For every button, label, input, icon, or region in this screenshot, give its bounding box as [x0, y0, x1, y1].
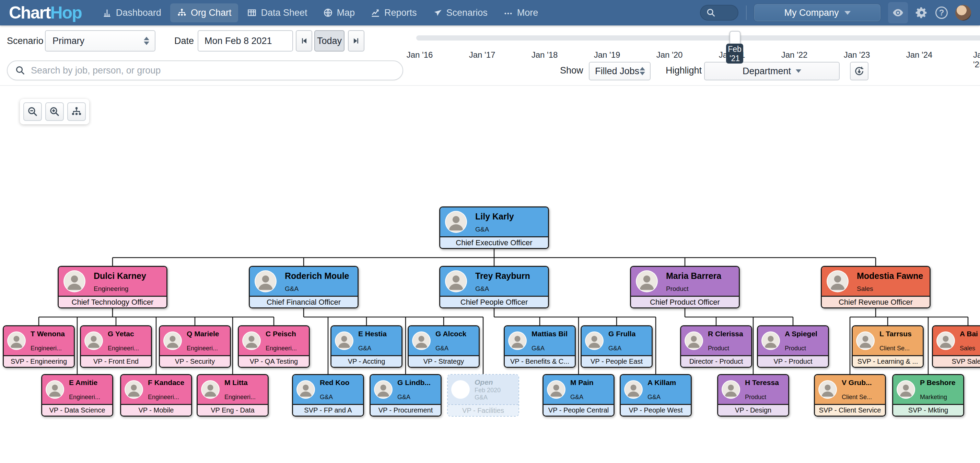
zoom-controls [20, 99, 89, 125]
search-input[interactable] [31, 65, 399, 76]
org-node-open1[interactable]: OpenFeb 2020G&AVP - Facilities [447, 374, 519, 417]
node-title: VP Eng - Data [198, 404, 268, 416]
zoom-out-button[interactable] [23, 102, 42, 121]
node-name: A Killam [648, 378, 676, 387]
company-selector[interactable]: My Company [754, 4, 880, 21]
org-node-bai[interactable]: A BaiSalesSVP Sales [932, 325, 980, 368]
zoom-in-button[interactable] [45, 102, 64, 121]
charthop-logo[interactable]: ChartHop [9, 3, 82, 23]
org-node-spiegel[interactable]: A SpiegelProductVP - Product [757, 325, 829, 368]
user-avatar[interactable] [955, 5, 971, 21]
avatar [64, 270, 86, 292]
org-node-tarrsus[interactable]: L TarrsusClient Se...SVP - Learning & ..… [852, 325, 924, 368]
node-title: Chief Product Officer [631, 296, 739, 307]
node-name: Dulci Karney [94, 271, 146, 281]
node-name: Roderich Moule [285, 271, 349, 281]
org-node-frulla[interactable]: G FrullaG&AVP - People East [581, 325, 653, 368]
org-node-grub[interactable]: V Grub...Client Se...SVP - Client Servic… [814, 374, 886, 417]
avatar [684, 332, 703, 350]
org-node-kandace[interactable]: F KandaceEngineeri...VP - Mobile [120, 374, 192, 417]
org-node-cpro[interactable]: Maria BarreraProductChief Product Office… [630, 266, 740, 308]
nav-search-button[interactable] [700, 5, 738, 21]
node-name: H Teressa [745, 378, 779, 387]
node-title: VP - Security [160, 355, 230, 367]
nav-item-org-chart[interactable]: Org Chart [170, 3, 239, 22]
org-node-koo[interactable]: Red KooG&ASVP - FP and A [292, 374, 364, 417]
node-department: Client Se... [880, 345, 912, 352]
node-department: Engineeri... [224, 394, 256, 401]
sync-export-icon [854, 65, 865, 77]
nav-item-map[interactable]: Map [317, 3, 362, 22]
org-node-pain[interactable]: M PainG&AVP - People Central [542, 374, 614, 417]
org-node-killam[interactable]: A KillamG&AVP - People West [620, 374, 692, 417]
show-select[interactable]: Filled Jobs [589, 62, 651, 80]
highlight-label: Highlight [666, 65, 702, 76]
avatar [451, 380, 470, 399]
org-node-mariele[interactable]: Q MarieleEngineeri...VP - Security [159, 325, 231, 368]
help-icon[interactable]: ? [935, 6, 948, 19]
node-name: M Litta [224, 378, 256, 387]
org-node-bil[interactable]: Mattias BilG&AVP - Benefits & C... [504, 325, 576, 368]
prev-date-button[interactable] [296, 30, 312, 51]
node-name: A Spiegel [785, 330, 817, 338]
scenarios-arrow-icon [433, 8, 442, 18]
node-department: Product [708, 345, 743, 352]
ellipsis-icon [503, 8, 513, 18]
today-button[interactable]: Today [314, 30, 345, 51]
date-input[interactable] [198, 30, 293, 51]
org-node-peisch[interactable]: C PeischEngineeri...VP - QA Testing [238, 325, 310, 368]
node-name: C Peisch [266, 330, 297, 338]
node-department: Marketing [920, 394, 956, 401]
org-node-amitie[interactable]: E AmitieEngineeri...VP - Data Science [41, 374, 113, 417]
publish-button[interactable] [850, 62, 869, 80]
node-department: G&A [648, 394, 676, 401]
nav-item-reports[interactable]: Reports [364, 3, 424, 22]
highlight-select[interactable]: Department [704, 62, 840, 80]
node-title: VP - Procurement [371, 404, 441, 416]
nav-item-label: Dashboard [116, 8, 161, 18]
node-header: H TeressaProduct [718, 375, 788, 404]
org-node-ceo[interactable]: Lily KarlyG&AChief Executive Officer [439, 206, 549, 249]
timeline-tick: Jan '25 [973, 50, 980, 69]
org-node-teressa[interactable]: H TeressaProductVP - Design [717, 374, 789, 417]
nav-item-data-sheet[interactable]: Data Sheet [240, 3, 314, 22]
org-search [7, 61, 403, 80]
org-node-cfo[interactable]: Roderich MouleG&AChief Financial Officer [249, 266, 359, 308]
org-node-clerissa[interactable]: R ClerissaProductDirector - Product [680, 325, 752, 368]
gear-icon[interactable] [915, 6, 928, 19]
node-title: VP - Product [758, 355, 828, 367]
nav-item-more[interactable]: More [496, 3, 545, 22]
org-node-beshore[interactable]: P BeshoreMarketingSVP - Mkting [892, 374, 964, 417]
node-name: Trey Rayburn [475, 271, 530, 281]
nav-item-scenarios[interactable]: Scenarios [426, 3, 495, 22]
node-department: G&A [474, 394, 501, 401]
node-title: Chief Technology Officer [59, 296, 166, 307]
org-node-wenona[interactable]: T WenonaEngineeri...SVP - Engineering [3, 325, 75, 368]
org-node-litta[interactable]: M LittaEngineeri...VP Eng - Data [197, 374, 269, 417]
org-node-hestia[interactable]: E HestiaG&AVP - Accting [331, 325, 402, 368]
node-title: Chief Financial Officer [250, 296, 358, 307]
org-node-cro[interactable]: Modestia FawneSalesChief Revenue Officer [821, 266, 931, 308]
timeline-slider-track[interactable] [416, 35, 980, 40]
select-arrows-icon [144, 37, 149, 45]
visibility-button[interactable] [888, 2, 908, 23]
nav-item-label: Org Chart [191, 8, 232, 18]
next-date-button[interactable] [348, 30, 364, 51]
node-title: VP - Design [718, 404, 788, 416]
org-node-yetac[interactable]: G YetacEngineeri...VP - Front End [80, 325, 152, 368]
nav-item-dashboard[interactable]: Dashboard [95, 3, 168, 22]
node-title: VP - Data Science [42, 404, 112, 416]
scenario-select[interactable]: Primary [45, 30, 156, 51]
timeline-tick: Jan '23 [844, 50, 870, 60]
node-title: SVP - FP and A [293, 404, 363, 416]
charthop-app: ChartHop Dashboard Org Chart Data Sheet … [0, 0, 980, 463]
org-node-alcock[interactable]: G AlcockG&AVP - Strategy [408, 325, 480, 368]
org-node-lindb[interactable]: G Lindb...G&AVP - Procurement [369, 374, 442, 417]
avatar [722, 380, 740, 399]
fit-tree-button[interactable] [67, 102, 86, 121]
org-node-cpo[interactable]: Trey RayburnG&AChief People Officer [439, 266, 549, 308]
node-department: G&A [531, 345, 568, 352]
node-name: M Pain [570, 378, 593, 387]
org-node-cto[interactable]: Dulci KarneyEngineeringChief Technology … [58, 266, 167, 308]
avatar [636, 270, 658, 292]
